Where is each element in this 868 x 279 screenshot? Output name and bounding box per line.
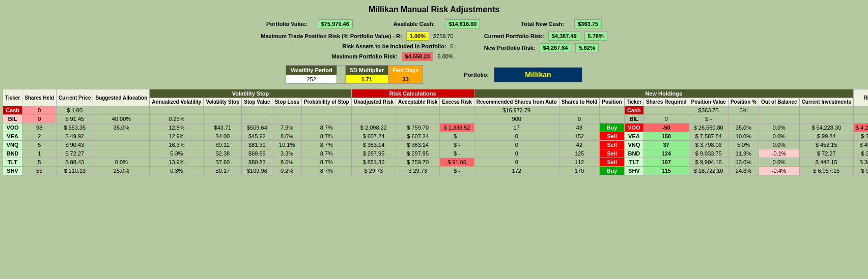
portfolio-value-label: Portfolio Value:	[266, 21, 307, 27]
new-portfolio-risk-value: $4,267.64	[540, 43, 572, 52]
col-position-pct: Position %	[728, 98, 759, 106]
header-volatility-stop: Volatility Stop	[150, 89, 351, 98]
col-shares-required: Shares Required	[644, 98, 689, 106]
col-probability-of-stop: Probability of Stop	[301, 98, 351, 106]
col-ticker-new: Ticker	[624, 98, 643, 106]
col-suggested-allocation: Suggested Allocation	[93, 89, 150, 106]
vol-period-table: Volatility Period SD Multiplier Fwd Days…	[286, 65, 423, 84]
max-trade-pct[interactable]: 1.00%	[406, 32, 429, 41]
total-new-cash-label: Total New Cash:	[521, 21, 564, 27]
col-position: Position	[600, 98, 624, 106]
total-new-cash: $363.75	[574, 19, 602, 28]
col-ticker: Ticker	[3, 89, 22, 106]
col-current-investments: Current Investments	[799, 98, 853, 106]
header-risk-calculations: Risk Calculations	[351, 89, 474, 98]
risk-assets-value: 6	[451, 43, 454, 49]
page-title: Millikan Manual Risk Adjustments	[3, 5, 865, 14]
col-risk: Risk	[853, 89, 868, 106]
header-new-holdings: New Holdings	[474, 89, 853, 98]
max-portfolio-label: Maximum Portfolio Risk:	[332, 53, 398, 59]
col-annualized-vol: Annualized Volatility	[150, 98, 204, 106]
col-unadjusted-risk: Unadjusted Risk	[351, 98, 396, 106]
vol-period-value[interactable]: 252	[286, 75, 337, 84]
max-portfolio-value: $4,558.23	[402, 52, 434, 61]
table-row: TLT5$ 88.430.0%13.9%$7.60$80.838.6%8.7%$…	[3, 158, 869, 167]
table-row: VNQ5$ 90.4316.3%$9.12$81.3110.1%8.7%$ 38…	[3, 141, 869, 149]
table-row: VOO98$ 553.3535.0%12.8%$43.71$509.647.9%…	[3, 123, 869, 132]
main-data-table: Ticker Shares Held Current Price Suggest…	[3, 89, 868, 175]
fwd-days-value[interactable]: 33	[388, 75, 423, 84]
portfolio-value: $75,970.46	[318, 19, 353, 28]
vol-col2-header: SD Multiplier	[345, 66, 388, 75]
new-portfolio-risk-pct: 5.62%	[575, 43, 598, 52]
sd-multiplier-value[interactable]: 1.71	[345, 75, 388, 84]
col-shares-to-hold: Shares to Hold	[559, 98, 600, 106]
current-portfolio-risk-value: $4,387.49	[548, 32, 580, 41]
available-cash-label: Available Cash:	[394, 21, 435, 27]
table-row: VEA2$ 49.9212.9%$4.00$45.928.0%8.7%$ 607…	[3, 132, 869, 141]
max-trade-label: Maximum Trade Position Risk (% Portfolio…	[261, 33, 402, 39]
current-portfolio-risk-pct: 5.78%	[584, 32, 607, 41]
risk-assets-label: Risk Assets to be Included in Portfolio:	[342, 43, 446, 49]
col-shares-held: Shares Held	[22, 89, 57, 106]
max-trade-value: $759.70	[433, 33, 454, 39]
col-recommended-shares: Recommended Shares from Auto	[474, 98, 559, 106]
col-acceptable-risk: Acceptable Risk	[396, 98, 440, 106]
max-portfolio-pct: 6.00%	[437, 53, 453, 59]
col-position-value: Position Value	[689, 98, 728, 106]
new-portfolio-risk-label: New Portfolio Risk:	[484, 45, 536, 51]
col-volatility-stop: Volatility Stop	[204, 98, 242, 106]
portfolio-label: Portfolio:	[464, 72, 489, 78]
portfolio-name: Millikan	[494, 67, 582, 82]
table-row: BIL0$ 91.4540.00%0.25%9000BIL0$ -	[3, 115, 869, 123]
col-current-price: Current Price	[57, 89, 93, 106]
col-stop-loss: Stop Loss	[272, 98, 301, 106]
table-row: SHV55$ 110.1325.0%0.3%$0.17$109.960.2%8.…	[3, 167, 869, 175]
current-portfolio-risk-label: Current Portfolio Risk:	[484, 33, 544, 39]
portfolio-section: Portfolio: Millikan	[464, 67, 582, 82]
vol-col3-header: Fwd Days	[388, 66, 423, 75]
col-stop-value: Stop Value	[242, 98, 272, 106]
table-row: Cash0$ 1.00$16,972.79Cash$363.750%	[3, 106, 869, 115]
col-excess-risk: Excess Risk	[440, 98, 474, 106]
col-out-of-balance: Out of Balance	[759, 98, 800, 106]
vol-col1-header: Volatility Period	[286, 66, 337, 75]
available-cash: $14,618.60	[445, 19, 480, 28]
table-row: BND1$ 72.275.3%$2.38$69.893.3%8.7%$ 297.…	[3, 149, 869, 158]
